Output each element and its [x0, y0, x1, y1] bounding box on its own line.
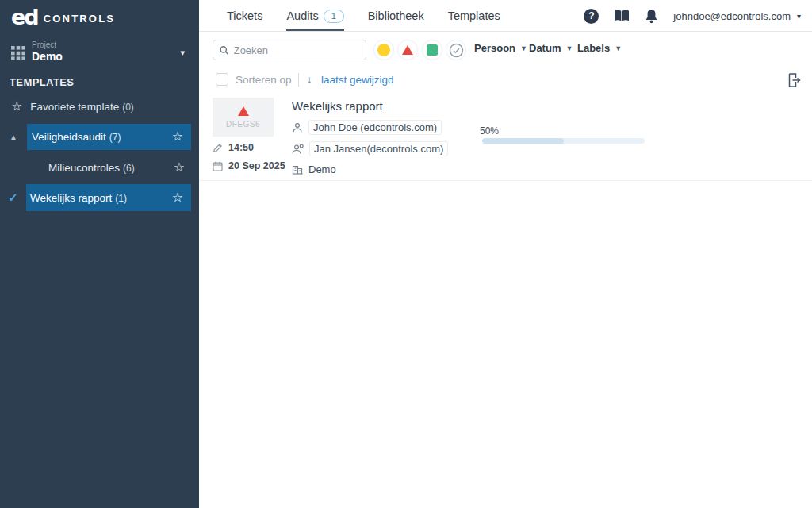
filter-labels-dropdown[interactable]: Labels▼	[577, 42, 622, 54]
bell-icon[interactable]	[645, 9, 658, 24]
star-icon[interactable]: ☆	[172, 130, 183, 143]
audit-reviewer-row: Jan Jansen(decontrols.com)	[292, 141, 448, 156]
book-icon[interactable]	[614, 10, 630, 22]
topbar: Tickets Audits 1 Bibliotheek Templates ?…	[199, 0, 812, 32]
chevron-down-icon: ▼	[615, 44, 622, 52]
search-box	[213, 40, 366, 60]
audit-title[interactable]: Wekelijks rapport	[292, 99, 383, 113]
tab-bibliotheek[interactable]: Bibliotheek	[368, 0, 424, 32]
filter-green-status-button[interactable]	[422, 40, 442, 60]
tab-tickets[interactable]: Tickets	[227, 0, 262, 32]
search-icon	[220, 45, 229, 56]
chevron-down-icon: ▼	[520, 44, 527, 52]
item-count: (7)	[109, 132, 121, 143]
sidebar-item-label: Milieucontroles(6)	[48, 162, 174, 174]
item-count: (0)	[122, 102, 134, 113]
grid-icon	[11, 46, 25, 60]
progress-bar-fill	[482, 138, 564, 144]
edcontrols-logo: ed CONTROLS	[11, 6, 115, 28]
audit-owner[interactable]: John Doe (edcontrols.com)	[308, 120, 442, 135]
chevron-down-icon: ▾	[180, 48, 185, 58]
divider	[298, 73, 299, 87]
tab-audits[interactable]: Audits 1	[286, 0, 343, 32]
export-icon[interactable]	[786, 71, 802, 89]
audits-content: Persoon▼ Datum▼ Labels▼ Sorteren op ↓ la…	[199, 32, 812, 508]
templates-section-title: TEMPLATES	[10, 76, 74, 88]
filter-red-status-button[interactable]	[397, 40, 418, 60]
item-count: (1)	[115, 193, 127, 204]
tab-templates[interactable]: Templates	[448, 0, 500, 32]
sidebar-item-label: Veiligheidsaudit(7)	[32, 131, 172, 143]
project-selector[interactable]: Project Demo ▾	[11, 40, 188, 67]
sidebar-item-favoriete-template[interactable]: ☆ Favoriete template(0)	[0, 93, 199, 120]
logo-controls-text: CONTROLS	[44, 13, 116, 25]
sort-bar: Sorteren op ↓ laatst gewijzigd	[199, 67, 812, 93]
sidebar-item-veiligheidsaudit[interactable]: ▲ Veiligheidsaudit(7) ☆	[0, 123, 199, 150]
green-square-icon	[427, 44, 438, 56]
sidebar-item-wekelijks-rapport[interactable]: ✓ Wekelijks rapport(1) ☆	[0, 184, 199, 211]
selected-template-row[interactable]: Veiligheidsaudit(7) ☆	[27, 124, 191, 150]
project-name: Demo	[32, 50, 63, 63]
star-icon[interactable]: ☆	[172, 191, 183, 204]
audit-reviewer[interactable]: Jan Jansen(decontrols.com)	[309, 141, 448, 156]
building-icon	[292, 164, 303, 175]
audit-project: Demo	[308, 164, 336, 175]
project-label: Project	[32, 40, 56, 49]
audit-date: 20 Sep 2025	[213, 160, 285, 171]
progress-percentage: 50%	[480, 125, 499, 137]
calendar-icon	[213, 161, 223, 171]
filter-persoon-dropdown[interactable]: Persoon▼	[474, 42, 527, 54]
check-icon: ✓	[0, 190, 26, 205]
progress-bar	[482, 138, 645, 144]
person-icon	[292, 122, 303, 133]
yellow-circle-icon	[377, 44, 390, 56]
check-circle-icon	[449, 43, 464, 58]
chevron-down-icon: ▾	[797, 12, 801, 21]
sort-label: Sorteren op	[236, 74, 292, 86]
sidebar-item-milieucontroles[interactable]: Milieucontroles(6) ☆	[0, 154, 199, 181]
collapse-arrow-icon[interactable]: ▲	[0, 133, 27, 141]
filter-done-status-button[interactable]	[446, 40, 466, 60]
red-triangle-icon	[402, 45, 413, 55]
sort-direction-icon[interactable]: ↓	[307, 73, 312, 85]
audits-count-badge: 1	[324, 10, 344, 23]
audit-modified-time: 14:50	[213, 142, 254, 153]
person-clock-icon	[292, 144, 304, 155]
star-icon: ☆	[11, 100, 22, 113]
selected-template-row[interactable]: Wekelijks rapport(1) ☆	[26, 184, 191, 211]
pencil-icon	[213, 143, 223, 153]
audit-owner-row: John Doe (edcontrols.com)	[292, 120, 442, 135]
account-email: johndoe@edcontrols.com	[673, 10, 791, 22]
main-tabs: Tickets Audits 1 Bibliotheek Templates	[227, 0, 524, 32]
item-count: (6)	[123, 163, 135, 174]
audit-thumbnail[interactable]: DFEGS6	[213, 98, 274, 137]
sidebar-item-label: Favoriete template(0)	[30, 101, 133, 113]
filter-datum-dropdown[interactable]: Datum▼	[529, 42, 573, 54]
chevron-down-icon: ▼	[565, 44, 573, 52]
audit-code: DFEGS6	[226, 120, 260, 129]
sort-field-button[interactable]: laatst gewijzigd	[321, 74, 394, 86]
sidebar-item-label: Wekelijks rapport(1)	[30, 192, 172, 204]
sidebar: ed CONTROLS Project Demo ▾ TEMPLATES ☆ F…	[0, 0, 199, 508]
account-menu[interactable]: johndoe@edcontrols.com ▾	[673, 10, 801, 22]
topbar-actions: ? johndoe@edcontrols.com ▾	[584, 0, 801, 32]
red-triangle-icon	[238, 106, 249, 116]
search-input[interactable]	[234, 44, 359, 56]
audit-list-item[interactable]: DFEGS6 14:50 20 Sep 2025 Wekelijks rappo…	[199, 95, 812, 181]
star-icon[interactable]: ☆	[174, 161, 185, 174]
audit-project-row: Demo	[292, 164, 336, 175]
select-all-checkbox[interactable]	[216, 73, 228, 86]
logo-ed-mark: ed	[11, 6, 38, 28]
help-icon[interactable]: ?	[584, 9, 599, 24]
filter-yellow-status-button[interactable]	[373, 40, 394, 60]
